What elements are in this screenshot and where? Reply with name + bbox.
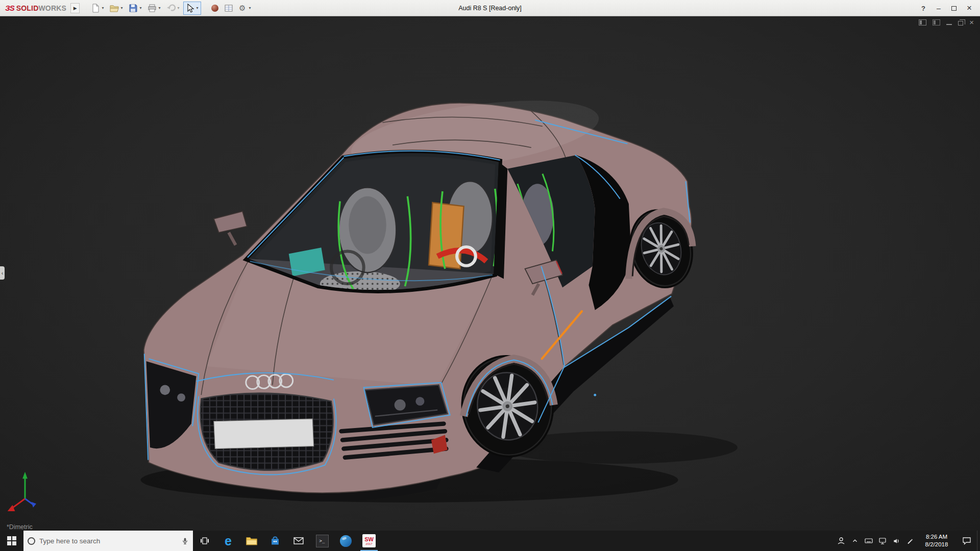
graphics-viewport[interactable]: × ‹ *Dimetric <box>0 16 980 531</box>
window-controls: ? – × <box>916 0 977 16</box>
appearance-button[interactable] <box>208 2 221 15</box>
new-document-button[interactable]: ▾ <box>89 2 107 15</box>
cortana-icon <box>28 537 35 545</box>
feature-manager-collapse-tab[interactable]: ‹ <box>0 266 5 280</box>
people-icon <box>837 537 845 545</box>
viewport-pane-icon[interactable] <box>919 19 926 26</box>
save-button[interactable]: ▾ <box>127 2 144 15</box>
windows-logo-icon <box>7 536 16 545</box>
windows-ink-button[interactable] <box>903 531 917 551</box>
menu-flyout-button[interactable]: ▶ <box>70 3 80 13</box>
new-document-icon <box>90 3 100 13</box>
taskbar-clock[interactable]: 8:26 AM 8/2/2018 <box>917 531 957 551</box>
close-button[interactable]: × <box>962 2 977 14</box>
doc-close-button[interactable]: × <box>969 19 974 26</box>
options-button[interactable]: ⚙ ▾ <box>236 2 254 15</box>
dropdown-chevron-icon[interactable]: ▾ <box>176 6 181 10</box>
audi-r8-model[interactable] <box>0 16 980 531</box>
taskbar-search[interactable] <box>23 531 193 551</box>
select-cursor-icon <box>185 3 194 13</box>
quick-access-toolbar: ▾ ▾ ▾ ▾ ▾ ▾ <box>89 2 254 15</box>
store-icon <box>270 536 280 546</box>
terminal-app-button[interactable]: >_ <box>310 531 334 551</box>
dropdown-chevron-icon[interactable]: ▾ <box>157 6 162 10</box>
appearance-sphere-icon <box>210 3 219 13</box>
show-desktop-button[interactable] <box>977 531 980 551</box>
mail-icon <box>293 537 304 545</box>
network-button[interactable] <box>875 531 889 551</box>
edge-icon: e <box>225 535 232 547</box>
start-button[interactable] <box>0 531 23 551</box>
viewport-split-icon[interactable] <box>933 19 940 26</box>
clock-date: 8/2/2018 <box>925 541 948 548</box>
microphone-icon[interactable] <box>181 537 189 545</box>
help-button[interactable]: ? <box>916 2 931 14</box>
volume-button[interactable] <box>889 531 903 551</box>
clock-time: 8:26 AM <box>926 533 947 541</box>
task-view-icon <box>200 537 209 545</box>
maximize-button[interactable] <box>946 2 962 14</box>
edge-button[interactable]: e <box>216 531 240 551</box>
file-explorer-button[interactable] <box>240 531 263 551</box>
dropdown-chevron-icon[interactable]: ▾ <box>195 6 200 10</box>
action-center-button[interactable] <box>957 531 977 551</box>
dropdown-chevron-icon[interactable]: ▾ <box>119 6 124 10</box>
brand-solid: SOLID <box>16 4 39 12</box>
dassault-logo-icon: ЗS <box>5 4 14 12</box>
view-orientation-label: *Dimetric <box>7 523 33 531</box>
chevron-up-icon <box>851 537 859 544</box>
people-button[interactable] <box>834 531 848 551</box>
terminal-app-icon: >_ <box>316 535 329 547</box>
keyboard-icon <box>865 537 873 544</box>
solidworks-app-button[interactable]: SW2017 <box>357 531 381 551</box>
brand-works: WORKS <box>38 4 66 12</box>
dropdown-chevron-icon[interactable]: ▾ <box>248 6 252 10</box>
edrawings-app-button[interactable] <box>334 531 357 551</box>
undo-icon <box>166 3 176 13</box>
network-display-icon <box>878 537 887 545</box>
edrawings-app-icon <box>340 535 352 547</box>
tray-expand-button[interactable] <box>848 531 862 551</box>
speaker-icon <box>892 537 900 545</box>
pen-icon <box>906 537 914 545</box>
search-input[interactable] <box>39 537 177 545</box>
doc-minimize-button[interactable] <box>946 20 952 25</box>
doc-restore-button[interactable] <box>958 21 963 26</box>
touch-keyboard-button[interactable] <box>862 531 875 551</box>
select-button[interactable]: ▾ <box>183 2 201 15</box>
options-gear-icon: ⚙ <box>237 3 247 13</box>
solidworks-logo: ЗS SOLIDWORKS <box>0 4 70 13</box>
front-grille[interactable] <box>201 393 333 470</box>
dropdown-chevron-icon[interactable]: ▾ <box>101 6 105 10</box>
dropdown-chevron-icon[interactable]: ▾ <box>138 6 143 10</box>
document-title: Audi R8 S [Read-only] <box>458 0 522 16</box>
document-window-controls: × <box>919 19 974 26</box>
undo-button[interactable]: ▾ <box>164 2 182 15</box>
titlebar: ЗS SOLIDWORKS ▶ ▾ ▾ ▾ ▾ ▾ <box>0 0 980 16</box>
save-icon <box>128 3 138 13</box>
solidworks-2017-icon: SW2017 <box>362 534 376 547</box>
action-center-icon <box>962 537 971 545</box>
mail-button[interactable] <box>287 531 310 551</box>
print-icon <box>147 3 157 13</box>
print-button[interactable]: ▾ <box>145 2 163 15</box>
system-tray: 8:26 AM 8/2/2018 <box>834 531 980 551</box>
orientation-triad[interactable] <box>8 472 36 511</box>
license-plate <box>214 419 314 449</box>
maximize-icon <box>951 6 957 11</box>
sheet-format-button[interactable] <box>222 2 235 15</box>
minimize-button[interactable]: – <box>931 2 946 14</box>
task-view-button[interactable] <box>193 531 216 551</box>
store-button[interactable] <box>263 531 287 551</box>
open-button[interactable]: ▾ <box>108 2 126 15</box>
sheet-format-icon <box>224 3 233 13</box>
file-explorer-icon <box>246 536 258 546</box>
open-folder-icon <box>109 3 119 13</box>
windows-taskbar: e >_ SW2017 <box>0 531 980 551</box>
